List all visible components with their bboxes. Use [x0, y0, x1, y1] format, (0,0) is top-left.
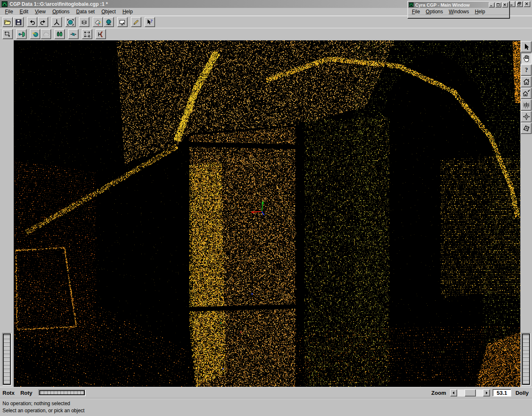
cyra-menu-help[interactable]: Help: [472, 9, 488, 15]
cyra-menu-options[interactable]: Options: [423, 9, 446, 15]
pointer-icon: [522, 43, 530, 51]
rotx-slider-ribs: [3, 334, 11, 385]
zoom-scroll-right-button[interactable]: [483, 389, 490, 396]
point-cloud-canvas[interactable]: [14, 40, 520, 387]
status-line-2: Select an operation, or pick an object: [2, 407, 530, 414]
binoculars-button[interactable]: [54, 29, 65, 39]
menu-view[interactable]: View: [32, 8, 49, 15]
align-point-plane-button[interactable]: [16, 29, 27, 39]
cyra-app-icon: [409, 2, 414, 7]
cgp-application-window: CGP Data 1::G:\arco\finitoglobale.cgp :1…: [0, 0, 532, 416]
measure-span-button[interactable]: [96, 29, 106, 39]
close-icon: [525, 2, 530, 7]
rotx-vertical-slider[interactable]: [2, 333, 12, 386]
left-control-column: [0, 40, 14, 387]
zoom-scrollbar[interactable]: [450, 389, 490, 396]
axes-tripod-button[interactable]: [52, 17, 62, 27]
move-point-icon: [70, 31, 77, 38]
home-icon: [522, 78, 530, 86]
home-tool-button[interactable]: [521, 76, 532, 87]
roty-slider[interactable]: [38, 389, 86, 396]
move-point-button[interactable]: [68, 29, 79, 39]
sphere-cut-icon: [32, 31, 39, 38]
cyra-main-window[interactable]: Cyra CGP - Main Window FileOptionsWindow…: [407, 1, 510, 19]
seek-tool-button[interactable]: [521, 111, 532, 122]
redo-button[interactable]: [38, 17, 48, 27]
context-help-button[interactable]: ?: [145, 17, 155, 27]
fence-poly-icon: [84, 31, 91, 38]
pencil-icon: [133, 19, 140, 26]
menu-edit[interactable]: Edit: [16, 8, 32, 15]
pan-tool-button[interactable]: [521, 53, 532, 64]
menu-help[interactable]: Help: [119, 8, 136, 15]
svg-text:?: ?: [525, 67, 527, 73]
undo-button[interactable]: [27, 17, 37, 27]
redo-icon: [39, 19, 47, 26]
close-window-button[interactable]: [524, 1, 530, 7]
minimize-cyra-button[interactable]: [489, 2, 495, 7]
tools-toolbar: [0, 28, 532, 40]
camera-view-tool-button[interactable]: [521, 123, 532, 134]
arrow-right-icon: [485, 391, 488, 395]
cyra-menu-windows[interactable]: Windows: [446, 9, 472, 15]
right-control-column: ?: [520, 40, 532, 387]
edit-pencil-button[interactable]: [131, 17, 141, 27]
set-home-tool-button[interactable]: [521, 88, 532, 99]
menu-options[interactable]: Options: [49, 8, 73, 15]
save-button[interactable]: [13, 17, 24, 27]
view-all-tool-button[interactable]: [521, 99, 532, 111]
svg-text:?: ?: [150, 19, 153, 23]
color-fill-button[interactable]: [93, 17, 103, 27]
open-button[interactable]: [2, 17, 13, 27]
cyra-window-title: Cyra CGP - Main Window: [415, 2, 489, 7]
restore-window-button[interactable]: [516, 1, 523, 7]
layers-icon: [81, 19, 88, 26]
help-tool-button[interactable]: ?: [521, 64, 532, 76]
layers-button[interactable]: [79, 17, 89, 27]
floppy-icon: [15, 19, 22, 26]
sphere-select-icon: [67, 19, 74, 26]
dolly-vertical-slider[interactable]: [521, 333, 531, 386]
fence-rect-button[interactable]: [2, 29, 13, 39]
monitor-pick-icon: [119, 19, 126, 26]
point-cloud-viewport[interactable]: [14, 40, 520, 387]
cloud-button[interactable]: [41, 29, 51, 39]
close-cyra-button[interactable]: [502, 2, 508, 7]
maximize-icon: [496, 3, 500, 7]
fence-rect-icon: [4, 31, 11, 38]
maximize-cyra-button[interactable]: [495, 2, 501, 7]
status-bar: No operation; nothing selected Select an…: [0, 398, 532, 416]
select-tool-button[interactable]: [521, 41, 532, 52]
menu-file[interactable]: File: [2, 8, 16, 15]
screen-pick-button[interactable]: [117, 17, 128, 27]
sphere-cut-button[interactable]: [30, 29, 40, 39]
menu-data-set[interactable]: Data set: [73, 8, 98, 15]
roty-slider-ribs: [39, 390, 85, 395]
globe-icon: [105, 19, 112, 26]
hand-icon: [522, 54, 530, 62]
menu-object[interactable]: Object: [98, 8, 119, 15]
minimize-icon: [510, 2, 515, 7]
app-icon: [2, 1, 7, 7]
zoom-scrollbar-thumb[interactable]: [465, 389, 476, 396]
cyra-title-bar[interactable]: Cyra CGP - Main Window: [408, 2, 509, 8]
zoom-label: Zoom: [431, 390, 446, 396]
select-sphere-button[interactable]: [65, 17, 76, 27]
fence-polygon-button[interactable]: [82, 29, 92, 39]
cyra-menu-file[interactable]: File: [409, 9, 423, 15]
navigation-bar: Rotx Roty Zoom 53.1 Dolly: [0, 387, 532, 398]
zoom-scroll-left-button[interactable]: [450, 389, 457, 396]
restore-icon: [517, 2, 522, 7]
window-controls: [509, 1, 530, 7]
rotx-label: Rotx: [2, 390, 15, 396]
cyra-window-footer: [408, 15, 509, 17]
dolly-slider-ribs: [522, 334, 530, 385]
undo-icon: [29, 19, 36, 26]
help-pointer-icon: ?: [146, 19, 153, 26]
zoom-scrollbar-track[interactable]: [457, 389, 483, 396]
question-icon: ?: [522, 66, 530, 74]
view-eye-icon: [522, 101, 530, 109]
zoom-value-field[interactable]: 53.1: [493, 389, 511, 396]
binoculars-icon: [56, 31, 63, 38]
render-globe-button[interactable]: [103, 17, 114, 27]
